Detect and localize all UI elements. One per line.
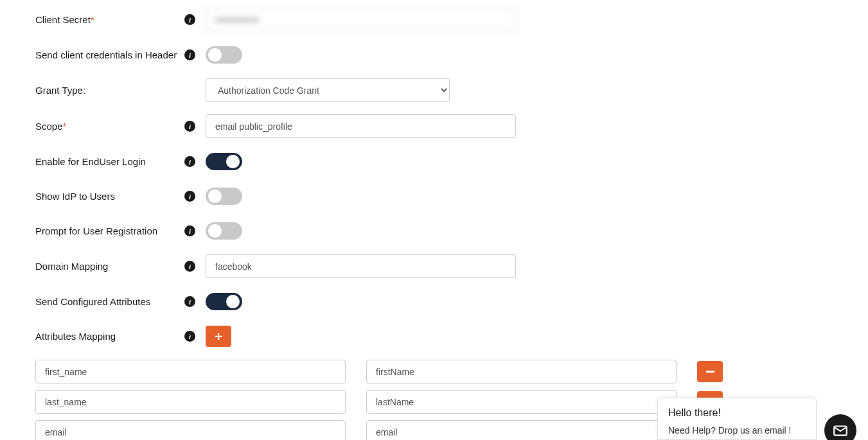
info-icon[interactable]: i bbox=[184, 121, 195, 132]
attribute-source-input[interactable] bbox=[35, 360, 346, 383]
grant-type-label: Grant Type: bbox=[35, 85, 85, 96]
info-icon[interactable]: i bbox=[184, 296, 195, 307]
show-idp-toggle[interactable] bbox=[206, 188, 242, 205]
attribute-source-input[interactable] bbox=[35, 390, 346, 414]
plus-icon: + bbox=[215, 330, 222, 343]
remove-attribute-button[interactable] bbox=[697, 361, 723, 382]
info-icon[interactable]: i bbox=[184, 14, 195, 25]
grant-type-select[interactable]: Authorization Code Grant bbox=[206, 78, 450, 102]
attr-mapping-label: Attributes Mapping bbox=[35, 331, 116, 342]
send-header-toggle[interactable] bbox=[206, 46, 242, 64]
help-widget[interactable]: Hello there! Need Help? Drop us an email… bbox=[657, 398, 817, 440]
help-subtext: Need Help? Drop us an email ! bbox=[668, 425, 806, 436]
scope-label: Scope* bbox=[35, 121, 66, 132]
client-secret-label: Client Secret* bbox=[35, 14, 94, 25]
enable-enduser-toggle[interactable] bbox=[206, 153, 242, 170]
domain-mapping-input[interactable] bbox=[206, 254, 516, 278]
help-greeting: Hello there! bbox=[668, 407, 806, 419]
enable-enduser-label: Enable for EndUser Login bbox=[35, 156, 146, 167]
info-icon[interactable]: i bbox=[184, 331, 195, 342]
domain-mapping-label: Domain Mapping bbox=[35, 261, 108, 272]
attribute-target-input[interactable] bbox=[366, 390, 677, 414]
attribute-target-input[interactable] bbox=[366, 420, 677, 440]
info-icon[interactable]: i bbox=[184, 261, 195, 272]
send-attr-label: Send Configured Attributes bbox=[35, 296, 150, 307]
mail-icon bbox=[832, 422, 849, 439]
attribute-source-input[interactable] bbox=[35, 420, 346, 440]
info-icon[interactable]: i bbox=[184, 225, 195, 236]
info-icon[interactable]: i bbox=[184, 191, 195, 202]
send-header-label: Send client credentials in Header bbox=[35, 49, 177, 60]
prompt-reg-toggle[interactable] bbox=[206, 222, 242, 240]
client-secret-input[interactable] bbox=[206, 8, 516, 31]
info-icon[interactable]: i bbox=[184, 49, 195, 60]
info-icon[interactable]: i bbox=[184, 156, 195, 167]
add-attribute-button[interactable]: + bbox=[206, 326, 231, 347]
show-idp-label: Show IdP to Users bbox=[35, 191, 115, 202]
attribute-mapping-row bbox=[0, 360, 868, 383]
minus-icon bbox=[706, 371, 714, 373]
scope-input[interactable] bbox=[206, 114, 516, 138]
prompt-reg-label: Prompt for User Registration bbox=[35, 225, 157, 236]
attribute-target-input[interactable] bbox=[366, 360, 677, 383]
send-attr-toggle[interactable] bbox=[206, 293, 242, 310]
